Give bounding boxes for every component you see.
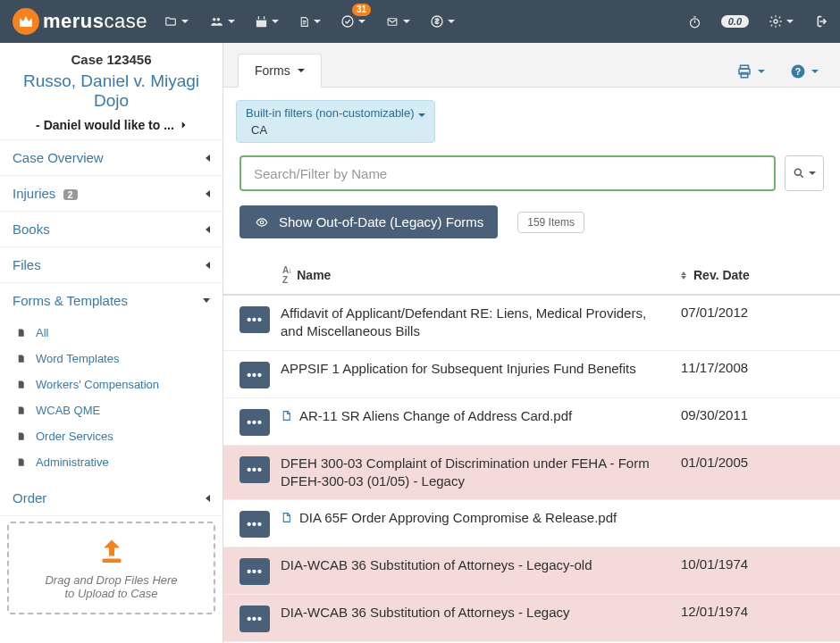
nav-calendar[interactable] (255, 15, 279, 29)
row-name-text: DIA-WCAB 36 Substitution of Attorneys - … (281, 556, 592, 574)
nav-logout[interactable] (813, 14, 827, 29)
chevron-left-icon (206, 190, 210, 197)
table-row[interactable]: •••DFEH 300-03 Complaint of Discriminati… (223, 446, 840, 501)
sidebar-link-admin[interactable]: Administrative (0, 449, 223, 475)
svg-text:?: ? (795, 66, 801, 77)
search-input-wrapper[interactable] (239, 155, 776, 191)
nav-timer[interactable] (688, 15, 701, 29)
table-body: •••Affidavit of Applicant/Defendant RE: … (223, 296, 840, 643)
nav-tasks[interactable]: 31 (340, 14, 365, 29)
sidebar-link-word[interactable]: Word Templates (0, 346, 223, 372)
row-date-cell: 07/01/2012 (681, 305, 824, 320)
chevron-left-icon (206, 262, 210, 269)
row-actions-button[interactable]: ••• (239, 362, 270, 388)
case-header: Case 123456 Russo, Daniel v. Miyagi Dojo… (0, 43, 223, 140)
nav-document[interactable] (298, 15, 321, 29)
search-icon (793, 167, 805, 180)
row-name-text: DIA 65F Order Approving Compromise & Rel… (299, 509, 617, 527)
filter-chip-value: CA (246, 123, 425, 137)
sidebar-section-books[interactable]: Books (0, 212, 223, 247)
nav-billing[interactable] (430, 14, 455, 29)
eye-icon (254, 216, 270, 229)
svg-point-10 (774, 20, 777, 23)
row-actions-button[interactable]: ••• (239, 409, 270, 436)
sidebar-link-qme[interactable]: WCAB QME (0, 397, 223, 423)
pdf-file-icon (281, 409, 292, 422)
caret-down-icon (272, 20, 279, 23)
col-header-date[interactable]: Rev. Date (681, 265, 824, 285)
sidebar-link-all[interactable]: All (0, 320, 223, 346)
sidebar-link-order-svc[interactable]: Order Services (0, 423, 223, 449)
nav-settings[interactable] (769, 14, 794, 29)
row-name-cell: DIA-WCAB 36 Substitution of Attorneys - … (270, 556, 681, 574)
sidebar-section-overview[interactable]: Case Overview (0, 140, 223, 176)
file-icon (16, 327, 26, 338)
row-actions-button[interactable]: ••• (239, 511, 270, 538)
case-title[interactable]: Russo, Daniel v. Miyagi Dojo (9, 71, 214, 111)
upload-dropzone[interactable]: Drag and Drop Files Here to Upload to Ca… (7, 522, 215, 614)
row-date-cell: 09/30/2011 (681, 407, 824, 422)
sidebar-link-wc[interactable]: Workers' Compensation (0, 372, 223, 397)
caret-down-icon (758, 70, 765, 73)
logout-icon (813, 14, 827, 29)
caret-down-icon (448, 20, 455, 23)
table-row[interactable]: •••DIA 65F Order Approving Compromise & … (223, 500, 840, 547)
sidebar-section-files[interactable]: Files (0, 247, 223, 283)
timer-pill[interactable]: 0.0 (721, 15, 749, 28)
search-row (223, 143, 840, 191)
logo-text: meruscase (43, 10, 147, 33)
table-row[interactable]: •••AR-11 SR Aliens Change of Address Car… (223, 398, 840, 446)
row-actions-button[interactable]: ••• (239, 306, 270, 333)
tab-forms[interactable]: Forms (238, 54, 322, 88)
svg-rect-5 (264, 16, 265, 19)
caret-down-icon (314, 20, 321, 23)
nav-folder[interactable] (164, 15, 189, 28)
sidebar-section-forms[interactable]: Forms & Templates (0, 283, 223, 318)
row-name-cell: AR-11 SR Aliens Change of Address Card.p… (270, 407, 681, 425)
filter-chip[interactable]: Built-in filters (non-customizable) CA (236, 100, 435, 143)
case-note-line[interactable]: - Daniel would like to ... (9, 118, 214, 132)
sidebar-section-order[interactable]: Order (0, 480, 223, 516)
printer-icon (736, 63, 752, 79)
row-actions-button[interactable]: ••• (239, 558, 270, 585)
document-icon (298, 15, 310, 29)
nav-mail[interactable] (385, 16, 410, 28)
help-menu[interactable]: ? (783, 56, 826, 87)
table-row[interactable]: •••Affidavit of Applicant/Defendant RE: … (223, 296, 840, 351)
table-row[interactable]: •••DIA-WCAB 36 Substitution of Attorneys… (223, 547, 840, 595)
search-options-button[interactable] (785, 155, 824, 191)
filter-chip-title: Built-in filters (non-customizable) (246, 106, 415, 120)
caret-down-icon (228, 20, 235, 23)
sidebar-section-injuries[interactable]: Injuries 2 (0, 176, 223, 212)
nav-people[interactable] (208, 15, 235, 28)
help-icon: ? (790, 63, 806, 79)
svg-point-1 (217, 18, 221, 21)
row-actions-button[interactable]: ••• (239, 456, 270, 483)
search-input[interactable] (252, 165, 763, 182)
dropzone-text-2: to Upload to Case (16, 587, 206, 600)
file-icon (16, 456, 26, 468)
print-menu[interactable] (729, 56, 772, 87)
row-name-text: APPSIF 1 Application for Subsequent Inju… (281, 360, 636, 378)
row-actions-button[interactable]: ••• (239, 605, 270, 632)
svg-rect-4 (258, 16, 259, 19)
svg-point-17 (794, 169, 801, 175)
chevron-right-icon (181, 121, 187, 129)
svg-rect-3 (256, 18, 266, 21)
row-name-cell: DFEH 300-03 Complaint of Discrimination … (270, 455, 681, 491)
row-name-text: DIA-WCAB 36 Substitution of Attorneys - … (281, 604, 569, 622)
sort-icon (681, 271, 686, 280)
caret-down-icon (181, 20, 189, 23)
table-row[interactable]: •••APPSIF 1 Application for Subsequent I… (223, 351, 840, 398)
table-row[interactable]: •••DIA-WCAB 36 Substitution of Attorneys… (223, 595, 840, 642)
sort-alpha-icon: A↓Z (282, 265, 291, 285)
chevron-left-icon (206, 226, 210, 233)
file-icon (16, 353, 26, 364)
logo[interactable]: meruscase (13, 8, 147, 35)
caret-down-icon (809, 171, 816, 175)
item-count: 159 Items (517, 212, 584, 233)
mail-icon (385, 16, 399, 28)
col-header-name[interactable]: A↓Z Name (282, 265, 681, 285)
row-name-text: DFEH 300-03 Complaint of Discrimination … (281, 455, 670, 491)
show-legacy-button[interactable]: Show Out-of-Date (Legacy) Forms (239, 205, 498, 238)
